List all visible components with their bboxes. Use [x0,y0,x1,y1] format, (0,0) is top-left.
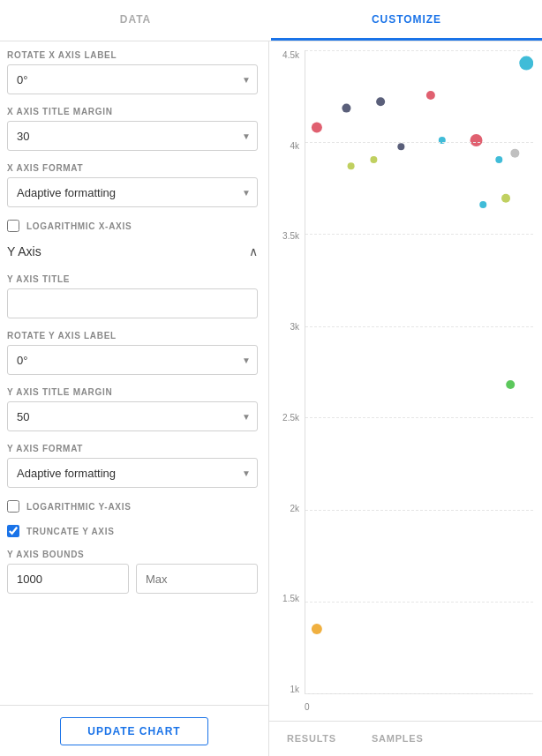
rotate-y-select-wrapper: 0° 45° 90° ▼ [7,345,258,375]
x-label-0: 0 [305,702,310,712]
dot-8 [397,143,404,150]
rotate-x-select[interactable]: 0° 45° 90° [7,64,258,94]
x-title-margin-group: X AXIS TITLE MARGIN 10 20 30 40 50 ▼ [7,107,258,151]
grid-line-1 [305,50,533,51]
rotate-y-select[interactable]: 0° 45° 90° [7,345,258,375]
x-format-select[interactable]: Adaptive formatting Number Integer [7,177,258,207]
y-bounds-group: Y AXIS BOUNDS [7,550,258,594]
truncate-y-row: TRUNCATE Y AXIS [7,525,258,537]
x-format-select-wrapper: Adaptive formatting Number Integer ▼ [7,177,258,207]
grid-line-3 [305,234,533,235]
dot-2 [312,122,322,132]
chart-area: 4.5k 4k 3.5k 3k 2.5k 2k 1.5k 1k [269,41,542,721]
grid-area [305,50,533,694]
dot-14 [501,194,510,203]
rotate-x-label: ROTATE X AXIS LABEL [7,50,258,60]
truncate-y-checkbox[interactable] [7,525,19,537]
log-x-row: LOGARITHMIC X-AXIS [7,220,258,232]
dot-1 [519,56,533,71]
log-y-checkbox[interactable] [7,500,19,513]
tab-data[interactable]: DATA [0,0,271,41]
dot-5 [426,91,435,100]
chart-tab-samples[interactable]: SAMPLES [354,722,441,756]
y-axis-collapse-icon[interactable]: ∧ [249,244,258,258]
y-format-select-wrapper: Adaptive formatting Number Integer ▼ [7,458,258,488]
log-y-label: LOGARITHMIC Y-AXIS [26,502,132,512]
chart-tab-results[interactable]: RESULTS [269,722,354,756]
grid-line-4 [305,326,533,327]
scroll-area[interactable]: ROTATE X AXIS LABEL 0° 45° 90° ▼ X AXIS … [0,41,268,705]
log-y-row: LOGARITHMIC Y-AXIS [7,500,258,513]
scatter-plot [305,50,533,693]
tab-bar: DATA CUSTOMIZE [0,0,542,41]
dot-16 [312,624,322,634]
main-content: ROTATE X AXIS LABEL 0° 45° 90° ▼ X AXIS … [0,41,542,756]
rotate-x-select-wrapper: 0° 45° 90° ▼ [7,64,258,94]
y-title-margin-label: Y AXIS TITLE MARGIN [7,387,258,397]
x-title-margin-select-wrapper: 10 20 30 40 50 ▼ [7,121,258,151]
y-label-45k: 4.5k [282,50,299,60]
y-format-label: Y AXIS FORMAT [7,444,258,453]
y-title-group: Y AXIS TITLE [7,274,258,318]
log-x-checkbox[interactable] [7,220,19,232]
y-axis-labels: 4.5k 4k 3.5k 3k 2.5k 2k 1.5k 1k [269,50,303,694]
rotate-y-label: ROTATE Y AXIS LABEL [7,331,258,341]
y-label-4k: 4k [290,141,299,151]
bottom-bar: UPDATE CHART [0,705,268,756]
y-label-25k: 2.5k [282,413,299,423]
grid-line-2 [305,142,533,143]
y-bounds-label: Y AXIS BOUNDS [7,550,258,559]
log-x-label: LOGARITHMIC X-AXIS [26,221,132,231]
y-format-select[interactable]: Adaptive formatting Number Integer [7,458,258,488]
y-label-3k: 3k [290,322,299,332]
grid-line-7 [305,602,533,603]
y-title-margin-group: Y AXIS TITLE MARGIN 10 20 30 40 50 ▼ [7,387,258,431]
dot-3 [342,104,350,113]
y-format-group: Y AXIS FORMAT Adaptive formatting Number… [7,444,258,488]
chart-tabs: RESULTS SAMPLES [269,721,542,756]
dot-4 [376,97,385,106]
x-axis-labels: 0 [305,702,533,712]
grid-line-8 [305,693,533,694]
dot-7 [370,156,377,163]
update-chart-button[interactable]: UPDATE CHART [60,717,207,745]
grid-line-6 [305,510,533,511]
y-label-15k: 1.5k [282,594,299,603]
y-title-margin-select-wrapper: 10 20 30 40 50 ▼ [7,401,258,431]
rotate-y-label-group: ROTATE Y AXIS LABEL 0° 45° 90° ▼ [7,331,258,375]
x-format-label: X AXIS FORMAT [7,163,258,173]
y-title-label: Y AXIS TITLE [7,274,258,284]
dot-6 [348,162,355,169]
y-axis-title: Y Axis [7,244,41,258]
y-axis-section-header: Y Axis ∧ [7,244,258,262]
y-label-1k: 1k [290,685,299,694]
y-title-input[interactable] [7,288,258,318]
x-title-margin-select[interactable]: 10 20 30 40 50 [7,121,258,151]
right-panel: 4.5k 4k 3.5k 3k 2.5k 2k 1.5k 1k [269,41,542,756]
dot-15 [506,380,515,389]
y-bounds-row [7,564,258,594]
y-bounds-min-input[interactable] [7,564,129,594]
rotate-x-label-group: ROTATE X AXIS LABEL 0° 45° 90° ▼ [7,50,258,94]
tab-customize[interactable]: CUSTOMIZE [271,0,542,41]
dot-13 [479,201,486,208]
y-title-margin-select[interactable]: 10 20 30 40 50 [7,401,258,431]
dot-12 [510,149,519,158]
dot-11 [495,156,502,163]
grid-line-5 [305,417,533,418]
x-title-margin-label: X AXIS TITLE MARGIN [7,107,258,116]
left-panel: ROTATE X AXIS LABEL 0° 45° 90° ▼ X AXIS … [0,41,269,756]
truncate-y-label: TRUNCATE Y AXIS [26,527,115,536]
y-label-35k: 3.5k [282,231,299,241]
y-bounds-max-input[interactable] [136,564,258,594]
x-format-group: X AXIS FORMAT Adaptive formatting Number… [7,163,258,207]
dot-10 [470,134,483,146]
y-label-2k: 2k [290,504,299,513]
